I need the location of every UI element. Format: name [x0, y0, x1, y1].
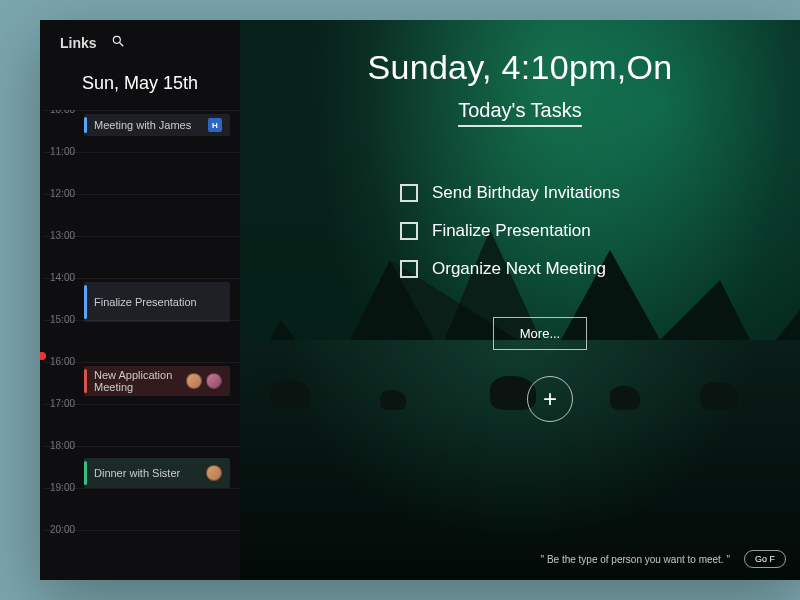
hour-label: 12:00	[50, 188, 75, 199]
main-panel: Sunday, 4:10pm,On Today's Tasks Send Bir…	[240, 20, 800, 580]
app-window: Links Sun, May 15th 10:00 11:00 12:00 13…	[40, 20, 800, 580]
event-title: New Application Meeting	[94, 369, 186, 393]
sidebar-date-heading: Sun, May 15th	[40, 59, 240, 110]
hour-label: 13:00	[50, 230, 75, 241]
links-link[interactable]: Links	[60, 35, 97, 51]
hero-datetime-suffix: On	[627, 48, 673, 86]
hero-content: Sunday, 4:10pm,On Today's Tasks Send Bir…	[240, 20, 800, 422]
sidebar: Links Sun, May 15th 10:00 11:00 12:00 13…	[40, 20, 240, 580]
hour-label: 20:00	[50, 524, 75, 535]
hour-label: 17:00	[50, 398, 75, 409]
hour-label: 10:00	[50, 110, 75, 115]
more-button[interactable]: More...	[493, 317, 587, 350]
tasks-title: Today's Tasks	[458, 99, 582, 127]
task-item[interactable]: Organize Next Meeting	[400, 259, 680, 279]
footer-quote: " Be the type of person you want to meet…	[541, 554, 730, 565]
hour-label: 14:00	[50, 272, 75, 283]
avatar	[206, 373, 222, 389]
search-icon[interactable]	[111, 34, 125, 51]
svg-line-1	[119, 43, 123, 47]
sidebar-topbar: Links	[40, 20, 240, 59]
hero-datetime-prefix: Sunday, 4:10pm,	[367, 48, 626, 86]
calendar-event[interactable]: Finalize Presentation	[84, 282, 230, 322]
hour-label: 19:00	[50, 482, 75, 493]
svg-point-0	[113, 36, 120, 43]
event-badge: H	[208, 118, 222, 132]
timeline[interactable]: 10:00 11:00 12:00 13:00 14:00 15:00 16:0…	[40, 110, 240, 580]
footer: " Be the type of person you want to meet…	[240, 550, 786, 568]
calendar-event[interactable]: Dinner with Sister	[84, 458, 230, 488]
event-title: Finalize Presentation	[94, 296, 197, 308]
avatar	[206, 465, 222, 481]
hour-label: 16:00	[50, 356, 75, 367]
hero-datetime: Sunday, 4:10pm,On	[240, 48, 800, 87]
event-extras	[186, 373, 222, 389]
avatar	[186, 373, 202, 389]
footer-go-button[interactable]: Go F	[744, 550, 786, 568]
event-extras: H	[208, 118, 222, 132]
checkbox-icon[interactable]	[400, 184, 418, 202]
task-label: Finalize Presentation	[432, 221, 591, 241]
task-item[interactable]: Send Birthday Invitations	[400, 183, 680, 203]
hour-row: 20:00	[44, 530, 240, 572]
task-label: Organize Next Meeting	[432, 259, 606, 279]
task-label: Send Birthday Invitations	[432, 183, 620, 203]
event-title: Dinner with Sister	[94, 467, 180, 479]
add-button[interactable]: +	[527, 376, 573, 422]
tasks-heading: Today's Tasks	[240, 87, 800, 127]
checkbox-icon[interactable]	[400, 222, 418, 240]
checkbox-icon[interactable]	[400, 260, 418, 278]
hour-label: 11:00	[50, 146, 75, 157]
event-extras	[206, 465, 222, 481]
task-list: Send Birthday Invitations Finalize Prese…	[240, 183, 800, 350]
event-title: Meeting with James	[94, 119, 191, 131]
calendar-event[interactable]: New Application Meeting	[84, 366, 230, 396]
hour-label: 15:00	[50, 314, 75, 325]
hour-label: 18:00	[50, 440, 75, 451]
calendar-event[interactable]: Meeting with James H	[84, 114, 230, 136]
task-item[interactable]: Finalize Presentation	[400, 221, 680, 241]
